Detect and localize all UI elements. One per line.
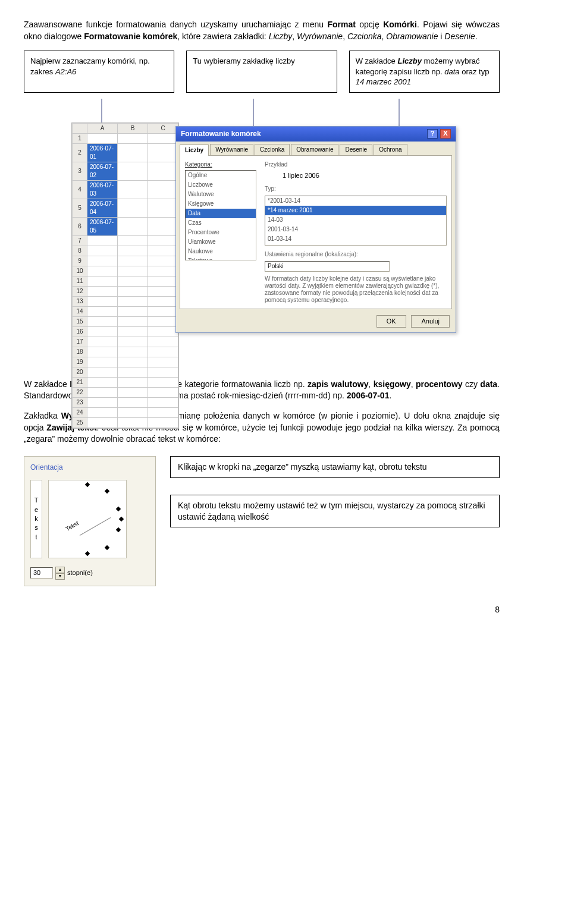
category-item[interactable]: Księgowe bbox=[186, 199, 256, 209]
figure-format-cells: A B C 1 22006-07-01 32006-07-02 42006-07… bbox=[48, 99, 476, 363]
category-item[interactable]: Tekstowe bbox=[186, 256, 256, 260]
preview-value: 1 lipiec 2006 bbox=[265, 171, 447, 180]
spin-down-button[interactable]: ▼ bbox=[55, 573, 65, 580]
col-header: A bbox=[87, 123, 118, 133]
dial-dot[interactable] bbox=[116, 506, 121, 511]
degrees-input[interactable]: 30 bbox=[30, 567, 53, 579]
orientation-dial[interactable]: Tekst bbox=[48, 480, 127, 558]
col-header: C bbox=[148, 123, 178, 133]
dialog-help-text: W formatach daty liczby kolejne daty i c… bbox=[265, 275, 447, 304]
dialog-close-button[interactable]: X bbox=[440, 129, 451, 139]
category-item[interactable]: Ułamkowe bbox=[186, 237, 256, 247]
category-listbox[interactable]: Ogólne Liczbowe Walutowe Księgowe Data C… bbox=[185, 170, 256, 260]
tab-liczby[interactable]: Liczby bbox=[180, 144, 209, 156]
callout-numbers-tab: W zakładce Liczby możemy wybrać kategori… bbox=[349, 51, 500, 93]
locale-label: Ustawienia regionalne (lokalizacja): bbox=[265, 251, 358, 257]
preview-label: Przykład bbox=[265, 161, 287, 168]
spin-up-button[interactable]: ▲ bbox=[55, 567, 65, 573]
format-cells-dialog: Formatowanie komórek ? X Liczby Wyrównan… bbox=[175, 126, 456, 334]
category-item[interactable]: Naukowe bbox=[186, 247, 256, 256]
cancel-button[interactable]: Anuluj bbox=[411, 315, 450, 328]
dialog-title: Formatowanie komórek bbox=[181, 129, 261, 139]
category-item[interactable]: Czas bbox=[186, 218, 256, 228]
category-item[interactable]: Ogólne bbox=[186, 171, 256, 180]
type-label: Typ: bbox=[265, 186, 276, 192]
callout-choose-tab: Tu wybieramy zakładkę liczby bbox=[186, 51, 337, 93]
dial-dot[interactable] bbox=[119, 516, 124, 521]
category-item[interactable]: Walutowe bbox=[186, 190, 256, 199]
dial-dot[interactable] bbox=[85, 482, 90, 486]
type-item-selected[interactable]: *14 marzec 2001 bbox=[265, 206, 446, 215]
tab-ochrona[interactable]: Ochrona bbox=[374, 144, 407, 155]
intro-paragraph: Zaawansowane funkcje formatowania danych… bbox=[24, 19, 500, 42]
figure-orientation: Orientacja T e k s t Tekst 30 bbox=[24, 456, 500, 586]
type-item[interactable]: 14 mar bbox=[265, 244, 446, 246]
tab-czcionka[interactable]: Czcionka bbox=[255, 144, 290, 155]
cell-a4: 2006-07-03 bbox=[87, 180, 118, 199]
ok-button[interactable]: OK bbox=[377, 315, 406, 328]
dialog-help-button[interactable]: ? bbox=[427, 129, 438, 139]
spreadsheet-grid: A B C 1 22006-07-01 32006-07-02 42006-07… bbox=[71, 122, 179, 429]
callout-spinner: Kąt obrotu tekstu możemy ustawić też w t… bbox=[170, 495, 500, 528]
dial-label: Tekst bbox=[64, 519, 80, 533]
dialog-titlebar: Formatowanie komórek ? X bbox=[176, 127, 456, 142]
category-item-selected[interactable]: Data bbox=[186, 209, 256, 218]
type-item[interactable]: *2001-03-14 bbox=[265, 196, 446, 206]
degrees-label: stopni(e) bbox=[67, 568, 93, 577]
page-number: 8 bbox=[24, 604, 500, 616]
type-item[interactable]: 01-03-14 bbox=[265, 234, 446, 244]
callout-select-range: Najpierw zaznaczamy komórki, np. zakres … bbox=[24, 51, 174, 93]
dial-dot[interactable] bbox=[85, 551, 90, 555]
dialog-tabs: Liczby Wyrównanie Czcionka Obramowanie D… bbox=[176, 142, 456, 155]
col-header: B bbox=[118, 123, 148, 133]
category-item[interactable]: Liczbowe bbox=[186, 180, 256, 190]
callout-dial-click: Klikając w kropki na „zegarze” myszką us… bbox=[170, 456, 500, 478]
locale-select[interactable]: Polski bbox=[265, 261, 390, 272]
dial-dot[interactable] bbox=[116, 527, 121, 532]
tab-obramowanie[interactable]: Obramowanie bbox=[291, 144, 338, 155]
category-item[interactable]: Procentowe bbox=[186, 228, 256, 237]
type-listbox[interactable]: *2001-03-14 *14 marzec 2001 14-03 2001-0… bbox=[265, 196, 447, 246]
dial-pointer bbox=[80, 517, 111, 536]
dial-dot[interactable] bbox=[105, 545, 109, 549]
cell-a6: 2006-07-05 bbox=[87, 217, 118, 235]
orientation-title: Orientacja bbox=[30, 463, 149, 473]
cell-a5: 2006-07-04 bbox=[87, 199, 118, 217]
orientation-panel: Orientacja T e k s t Tekst 30 bbox=[24, 456, 156, 586]
callout-row: Najpierw zaznaczamy komórki, np. zakres … bbox=[24, 51, 500, 93]
corner-cell bbox=[73, 123, 87, 133]
tab-desenie[interactable]: Desenie bbox=[340, 144, 372, 155]
cell-a3: 2006-07-02 bbox=[87, 162, 118, 180]
type-item[interactable]: 2001-03-14 bbox=[265, 225, 446, 234]
cell-a2: 2006-07-01 bbox=[87, 143, 118, 162]
tab-wyrownanie[interactable]: Wyrównanie bbox=[210, 144, 253, 155]
dial-dot[interactable] bbox=[105, 488, 109, 493]
vertical-text-button[interactable]: T e k s t bbox=[30, 480, 42, 558]
type-item[interactable]: 14-03 bbox=[265, 215, 446, 225]
category-label: Kategoria: bbox=[185, 161, 256, 169]
